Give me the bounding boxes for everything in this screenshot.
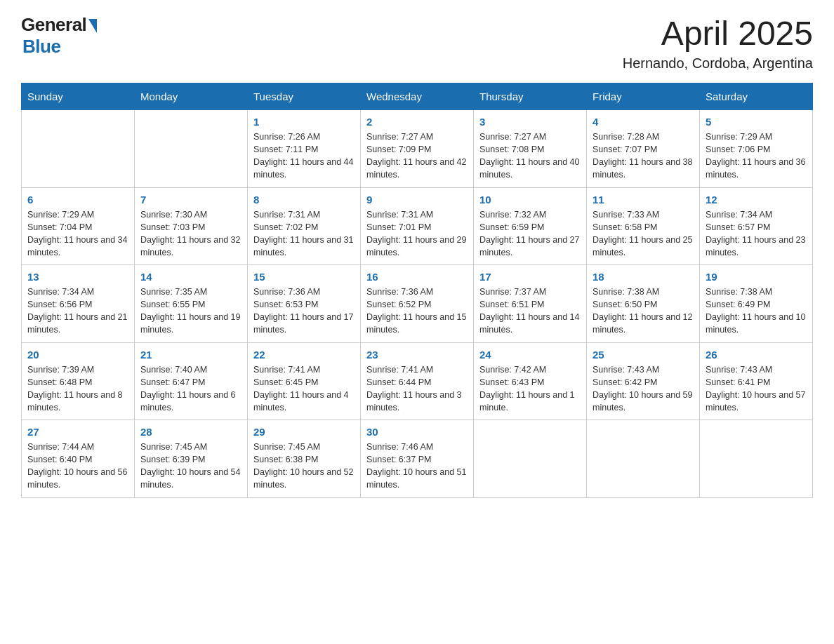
day-info: Sunrise: 7:26 AMSunset: 7:11 PMDaylight:… bbox=[253, 130, 355, 182]
day-number: 24 bbox=[479, 349, 581, 361]
table-row: 26Sunrise: 7:43 AMSunset: 6:41 PMDayligh… bbox=[700, 342, 813, 420]
table-row: 11Sunrise: 7:33 AMSunset: 6:58 PMDayligh… bbox=[587, 187, 700, 265]
day-info: Sunrise: 7:34 AMSunset: 6:57 PMDaylight:… bbox=[706, 208, 807, 260]
table-row bbox=[587, 420, 700, 498]
table-row: 29Sunrise: 7:45 AMSunset: 6:38 PMDayligh… bbox=[248, 420, 361, 498]
col-sunday: Sunday bbox=[22, 83, 135, 110]
logo-blue-text: Blue bbox=[22, 36, 60, 58]
table-row: 22Sunrise: 7:41 AMSunset: 6:45 PMDayligh… bbox=[248, 342, 361, 420]
table-row: 19Sunrise: 7:38 AMSunset: 6:49 PMDayligh… bbox=[700, 265, 813, 343]
table-row: 4Sunrise: 7:28 AMSunset: 7:07 PMDaylight… bbox=[587, 110, 700, 188]
day-info: Sunrise: 7:35 AMSunset: 6:55 PMDaylight:… bbox=[140, 286, 241, 337]
day-info: Sunrise: 7:33 AMSunset: 6:58 PMDaylight:… bbox=[593, 208, 694, 260]
day-info: Sunrise: 7:29 AMSunset: 7:06 PMDaylight:… bbox=[706, 130, 807, 182]
day-number: 20 bbox=[27, 349, 128, 361]
logo-general-text: General bbox=[21, 14, 86, 36]
col-tuesday: Tuesday bbox=[248, 83, 361, 110]
day-number: 2 bbox=[366, 116, 468, 128]
day-number: 4 bbox=[593, 116, 694, 128]
col-saturday: Saturday bbox=[700, 83, 813, 110]
day-info: Sunrise: 7:39 AMSunset: 6:48 PMDaylight:… bbox=[27, 363, 128, 415]
calendar-week-row: 20Sunrise: 7:39 AMSunset: 6:48 PMDayligh… bbox=[22, 342, 813, 420]
day-number: 29 bbox=[253, 426, 355, 438]
day-info: Sunrise: 7:28 AMSunset: 7:07 PMDaylight:… bbox=[593, 130, 694, 182]
table-row: 25Sunrise: 7:43 AMSunset: 6:42 PMDayligh… bbox=[587, 342, 700, 420]
day-number: 9 bbox=[366, 194, 468, 206]
page-header: General Blue April 2025 Hernando, Cordob… bbox=[21, 14, 813, 72]
day-number: 15 bbox=[253, 271, 355, 283]
col-wednesday: Wednesday bbox=[361, 83, 474, 110]
day-info: Sunrise: 7:41 AMSunset: 6:45 PMDaylight:… bbox=[253, 363, 355, 415]
day-number: 5 bbox=[706, 116, 807, 128]
table-row: 18Sunrise: 7:38 AMSunset: 6:50 PMDayligh… bbox=[587, 265, 700, 343]
table-row: 12Sunrise: 7:34 AMSunset: 6:57 PMDayligh… bbox=[700, 187, 813, 265]
calendar-week-row: 13Sunrise: 7:34 AMSunset: 6:56 PMDayligh… bbox=[22, 265, 813, 343]
calendar-header-row: Sunday Monday Tuesday Wednesday Thursday… bbox=[22, 83, 813, 110]
table-row: 15Sunrise: 7:36 AMSunset: 6:53 PMDayligh… bbox=[248, 265, 361, 343]
day-number: 19 bbox=[706, 271, 807, 283]
table-row bbox=[474, 420, 587, 498]
table-row: 28Sunrise: 7:45 AMSunset: 6:39 PMDayligh… bbox=[135, 420, 248, 498]
day-number: 10 bbox=[479, 194, 581, 206]
calendar-week-row: 6Sunrise: 7:29 AMSunset: 7:04 PMDaylight… bbox=[22, 187, 813, 265]
month-title: April 2025 bbox=[623, 14, 813, 53]
table-row: 20Sunrise: 7:39 AMSunset: 6:48 PMDayligh… bbox=[22, 342, 135, 420]
table-row: 30Sunrise: 7:46 AMSunset: 6:37 PMDayligh… bbox=[361, 420, 474, 498]
day-number: 26 bbox=[706, 349, 807, 361]
day-number: 25 bbox=[593, 349, 694, 361]
table-row bbox=[700, 420, 813, 498]
col-monday: Monday bbox=[135, 83, 248, 110]
day-number: 27 bbox=[27, 426, 128, 438]
day-info: Sunrise: 7:45 AMSunset: 6:39 PMDaylight:… bbox=[140, 441, 241, 492]
day-info: Sunrise: 7:46 AMSunset: 6:37 PMDaylight:… bbox=[366, 441, 468, 492]
day-number: 18 bbox=[593, 271, 694, 283]
calendar-week-row: 27Sunrise: 7:44 AMSunset: 6:40 PMDayligh… bbox=[22, 420, 813, 498]
day-number: 17 bbox=[479, 271, 581, 283]
day-number: 3 bbox=[479, 116, 581, 128]
day-info: Sunrise: 7:27 AMSunset: 7:09 PMDaylight:… bbox=[366, 130, 468, 182]
day-info: Sunrise: 7:37 AMSunset: 6:51 PMDaylight:… bbox=[479, 286, 581, 337]
day-info: Sunrise: 7:38 AMSunset: 6:49 PMDaylight:… bbox=[706, 286, 807, 337]
table-row: 2Sunrise: 7:27 AMSunset: 7:09 PMDaylight… bbox=[361, 110, 474, 188]
day-number: 11 bbox=[593, 194, 694, 206]
logo-arrow-icon bbox=[88, 19, 97, 33]
day-info: Sunrise: 7:38 AMSunset: 6:50 PMDaylight:… bbox=[593, 286, 694, 337]
day-number: 28 bbox=[140, 426, 241, 438]
day-info: Sunrise: 7:43 AMSunset: 6:42 PMDaylight:… bbox=[593, 363, 694, 415]
day-number: 6 bbox=[27, 194, 128, 206]
title-area: April 2025 Hernando, Cordoba, Argentina bbox=[623, 14, 813, 72]
day-info: Sunrise: 7:36 AMSunset: 6:52 PMDaylight:… bbox=[366, 286, 468, 337]
table-row: 5Sunrise: 7:29 AMSunset: 7:06 PMDaylight… bbox=[700, 110, 813, 188]
day-number: 23 bbox=[366, 349, 468, 361]
col-thursday: Thursday bbox=[474, 83, 587, 110]
day-info: Sunrise: 7:41 AMSunset: 6:44 PMDaylight:… bbox=[366, 363, 468, 415]
day-info: Sunrise: 7:45 AMSunset: 6:38 PMDaylight:… bbox=[253, 441, 355, 492]
day-info: Sunrise: 7:40 AMSunset: 6:47 PMDaylight:… bbox=[140, 363, 241, 415]
day-info: Sunrise: 7:42 AMSunset: 6:43 PMDaylight:… bbox=[479, 363, 581, 415]
day-info: Sunrise: 7:32 AMSunset: 6:59 PMDaylight:… bbox=[479, 208, 581, 260]
table-row: 16Sunrise: 7:36 AMSunset: 6:52 PMDayligh… bbox=[361, 265, 474, 343]
day-info: Sunrise: 7:43 AMSunset: 6:41 PMDaylight:… bbox=[706, 363, 807, 415]
table-row: 17Sunrise: 7:37 AMSunset: 6:51 PMDayligh… bbox=[474, 265, 587, 343]
table-row: 14Sunrise: 7:35 AMSunset: 6:55 PMDayligh… bbox=[135, 265, 248, 343]
day-info: Sunrise: 7:36 AMSunset: 6:53 PMDaylight:… bbox=[253, 286, 355, 337]
day-info: Sunrise: 7:29 AMSunset: 7:04 PMDaylight:… bbox=[27, 208, 128, 260]
day-info: Sunrise: 7:30 AMSunset: 7:03 PMDaylight:… bbox=[140, 208, 241, 260]
location-title: Hernando, Cordoba, Argentina bbox=[623, 55, 813, 72]
table-row: 7Sunrise: 7:30 AMSunset: 7:03 PMDaylight… bbox=[135, 187, 248, 265]
day-number: 12 bbox=[706, 194, 807, 206]
table-row: 10Sunrise: 7:32 AMSunset: 6:59 PMDayligh… bbox=[474, 187, 587, 265]
day-number: 30 bbox=[366, 426, 468, 438]
table-row: 6Sunrise: 7:29 AMSunset: 7:04 PMDaylight… bbox=[22, 187, 135, 265]
day-number: 21 bbox=[140, 349, 241, 361]
table-row: 9Sunrise: 7:31 AMSunset: 7:01 PMDaylight… bbox=[361, 187, 474, 265]
day-number: 14 bbox=[140, 271, 241, 283]
day-number: 22 bbox=[253, 349, 355, 361]
day-info: Sunrise: 7:44 AMSunset: 6:40 PMDaylight:… bbox=[27, 441, 128, 492]
calendar-table: Sunday Monday Tuesday Wednesday Thursday… bbox=[21, 83, 813, 498]
logo: General Blue bbox=[21, 14, 97, 58]
table-row: 21Sunrise: 7:40 AMSunset: 6:47 PMDayligh… bbox=[135, 342, 248, 420]
col-friday: Friday bbox=[587, 83, 700, 110]
day-info: Sunrise: 7:31 AMSunset: 7:02 PMDaylight:… bbox=[253, 208, 355, 260]
day-number: 1 bbox=[253, 116, 355, 128]
